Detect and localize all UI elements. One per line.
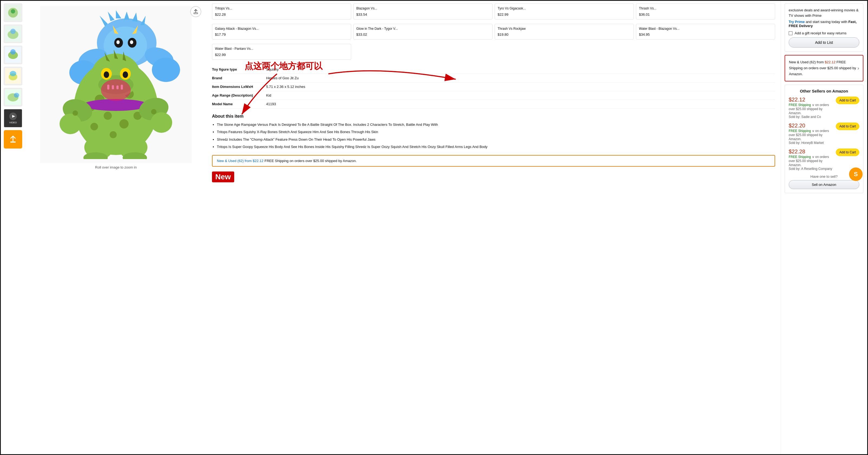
related-item-3-name: Thrash Vs... (639, 6, 772, 11)
related-item-0-price: $22.28 (215, 12, 348, 17)
new-used-bottom-text: FREE Shipping on orders over $25.00 ship… (265, 159, 356, 163)
new-used-bottom-link[interactable]: New & Used (62) from $22.12 (217, 159, 264, 163)
related-item-0-name: Tritops Vs... (215, 6, 348, 11)
bullet-0: The Stone Age Rampage Versus Pack Is Des… (217, 122, 775, 127)
spec-row-0: Toy figure type Squishy (212, 65, 775, 74)
svg-marker-24 (132, 12, 137, 22)
svg-point-5 (10, 29, 16, 34)
svg-point-63 (151, 112, 172, 133)
prime-text-2: and start saving today with (806, 20, 848, 24)
nu-price: $22.12 (824, 60, 836, 64)
nu-chevron-icon: › (858, 65, 859, 71)
related-item-2[interactable]: Tyro Vs Gigacask... $22.99 (495, 3, 634, 20)
seller-shipping-0: FREE Shipping (789, 103, 811, 107)
thumb-upload[interactable] (4, 130, 22, 149)
new-badge: New (212, 171, 234, 182)
svg-point-44 (110, 131, 117, 138)
svg-marker-23 (124, 12, 129, 20)
seller-icon-letter: S (854, 171, 858, 178)
related-item-7[interactable]: Water Blast - Blazagon Vs... $34.95 (636, 24, 775, 40)
zoom-hint: Roll over image to zoom in (95, 165, 137, 169)
related-item-4[interactable]: Galaxy Attack - Blazagon Vs... $17.79 (212, 24, 351, 40)
svg-point-62 (60, 113, 81, 134)
thumb-1[interactable] (4, 3, 22, 22)
related-item-1[interactable]: Blazagon Vs... $33.54 (353, 3, 493, 20)
new-badge-area: New (212, 171, 775, 182)
seller-info-1: $22.20 FREE Shipping ∨ on orders over $2… (789, 123, 836, 145)
related-item-5-price: $33.02 (356, 32, 490, 36)
prime-box: exclusive deals and award-winning movies… (785, 3, 863, 52)
prime-text-1: exclusive deals and award-winning movies… (789, 8, 859, 18)
nu-text-1: New & Used (62) from (789, 60, 824, 64)
spec-row-3: Age Range (Description) Kid (212, 91, 775, 100)
thumb-2[interactable] (4, 25, 22, 43)
related-item-8-name: Water Blast - Pantaro Vs... (215, 47, 348, 51)
other-sellers-title: Other Sellers on Amazon (789, 89, 859, 93)
seller-price-2: $22.28 (789, 149, 836, 155)
video-label: VIDEO (9, 121, 17, 124)
add-cart-button-2[interactable]: Add to Cart (836, 149, 859, 156)
svg-marker-21 (108, 12, 115, 21)
sold-by-label-1: Sold by: (789, 141, 800, 145)
share-button[interactable] (190, 6, 201, 17)
seller-info-2: $22.28 FREE Shipping ∨ on orders over $2… (789, 149, 836, 171)
add-cart-button-1[interactable]: Add to Cart (836, 123, 859, 130)
svg-point-41 (119, 119, 129, 129)
sold-by-label-2: Sold by: (789, 167, 800, 171)
try-prime-link[interactable]: Try Prime (789, 20, 805, 24)
related-item-5[interactable]: Glow in The Dark - Tygor V... $33.02 (353, 24, 493, 40)
spec-value-4: 41193 (266, 102, 276, 106)
thumb-5[interactable] (4, 88, 22, 106)
related-item-3-price: $36.01 (639, 12, 772, 17)
spec-value-3: Kid (266, 93, 271, 97)
related-item-2-name: Tyro Vs Gigacask... (498, 6, 631, 11)
product-image (40, 6, 192, 163)
svg-point-2 (11, 9, 15, 13)
related-item-8-price: $22.99 (215, 53, 348, 57)
seller-name-0: Sold by: Sadie and Co (789, 115, 836, 119)
related-item-6-price: $19.80 (498, 32, 631, 36)
svg-point-51 (104, 71, 109, 78)
related-item-6[interactable]: Thrash Vs Rockjaw $19.80 (495, 24, 634, 40)
svg-point-31 (117, 40, 120, 44)
sold-by-0: Sadie and Co (801, 115, 821, 119)
related-item-1-price: $33.54 (356, 12, 490, 17)
seller-shipping-1: FREE Shipping (789, 129, 811, 133)
thumb-video[interactable]: VIDEO (4, 109, 22, 127)
svg-point-70 (101, 79, 131, 101)
spec-row-4: Model Name 41193 (212, 100, 775, 108)
sold-by-label-0: Sold by: (789, 115, 800, 119)
center-content: Tritops Vs... $22.28 Blazagon Vs... $33.… (207, 1, 780, 454)
related-grid-row2: Galaxy Attack - Blazagon Vs... $17.79 Gl… (212, 24, 775, 40)
svg-point-64 (72, 110, 78, 116)
svg-point-40 (104, 112, 112, 120)
related-item-4-name: Galaxy Attack - Blazagon Vs... (215, 27, 348, 31)
new-used-bottom[interactable]: New & Used (62) from $22.12 FREE Shippin… (212, 155, 775, 167)
related-item-8[interactable]: Water Blast - Pantaro Vs... $22.99 (212, 44, 351, 60)
svg-point-11 (10, 71, 16, 76)
thumb-3[interactable] (4, 46, 22, 64)
svg-point-14 (14, 93, 19, 98)
add-to-list-button[interactable]: Add to List (789, 37, 859, 47)
add-cart-button-0[interactable]: Add to Cart (836, 97, 859, 104)
new-used-right-text: New & Used (62) from $22.12 FREE Shippin… (789, 59, 858, 77)
svg-rect-17 (10, 141, 16, 142)
new-used-right-box[interactable]: New & Used (62) from $22.12 FREE Shippin… (785, 55, 863, 82)
about-section: About this item The Stone Age Rampage Ve… (212, 114, 775, 150)
about-title: About this item (212, 114, 775, 119)
svg-point-8 (10, 49, 16, 55)
spec-label-4: Model Name (212, 102, 266, 106)
seller-row-0: $22.12 FREE Shipping ∨ on orders over $2… (789, 97, 859, 119)
related-item-2-price: $22.99 (498, 12, 631, 17)
related-item-3[interactable]: Thrash Vs... $36.01 (636, 3, 775, 20)
thumb-4[interactable] (4, 67, 22, 85)
related-item-0[interactable]: Tritops Vs... $22.28 (212, 3, 351, 20)
related-item-5-name: Glow in The Dark - Tygor V... (356, 27, 490, 31)
gift-checkbox[interactable] (789, 31, 793, 35)
sell-on-amazon-button[interactable]: Sell on Amazon (789, 180, 859, 189)
related-item-7-price: $34.95 (639, 32, 772, 36)
seller-name-2: Sold by: A Reselling Company (789, 167, 836, 171)
right-panel: exclusive deals and award-winning movies… (780, 1, 867, 454)
seller-row-1: $22.20 FREE Shipping ∨ on orders over $2… (789, 123, 859, 145)
seller-shipping-2: FREE Shipping (789, 155, 811, 159)
